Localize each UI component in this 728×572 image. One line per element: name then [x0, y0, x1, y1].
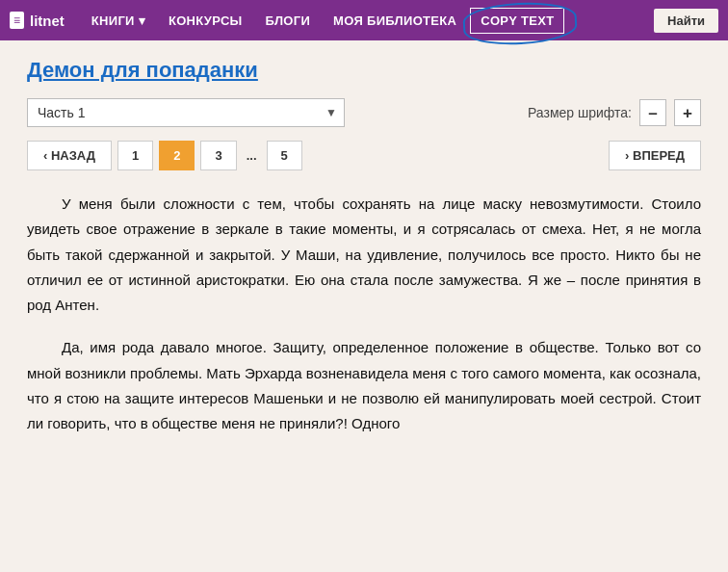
- page-5-button[interactable]: 5: [267, 141, 302, 170]
- page-content: Демон для попаданки Часть 1 ▼ Размер шри…: [0, 40, 728, 481]
- nav-books[interactable]: КНИГИ ▾: [82, 8, 155, 34]
- page-dots: ...: [243, 142, 261, 169]
- font-increase-button[interactable]: +: [674, 99, 701, 126]
- logo[interactable]: ≡ litnet: [10, 12, 65, 29]
- paragraph-2: Да, имя рода давало многое. Защиту, опре…: [27, 335, 701, 436]
- nav-copy-text[interactable]: COPY TEXT: [470, 8, 564, 34]
- logo-text: litnet: [30, 13, 65, 29]
- forward-button[interactable]: › ВПЕРЕД: [609, 141, 701, 170]
- font-decrease-button[interactable]: –: [639, 99, 666, 126]
- controls-row: Часть 1 ▼ Размер шрифта: – +: [27, 98, 701, 127]
- font-size-controls: Размер шрифта: – +: [528, 99, 701, 126]
- logo-icon: ≡: [10, 12, 24, 29]
- chapter-select-wrapper: Часть 1 ▼: [27, 98, 345, 127]
- chapter-select[interactable]: Часть 1: [27, 98, 345, 127]
- back-button[interactable]: ‹ НАЗАД: [27, 141, 112, 170]
- nav-library[interactable]: МОЯ БИБЛИОТЕКА: [324, 8, 466, 34]
- font-size-label: Размер шрифта:: [528, 105, 632, 120]
- page-3-button[interactable]: 3: [200, 141, 236, 170]
- text-content: У меня были сложности с тем, чтобы сохра…: [27, 192, 701, 436]
- book-title[interactable]: Демон для попаданки: [27, 58, 701, 83]
- navbar: ≡ litnet КНИГИ ▾ КОНКУРСЫ БЛОГИ МОЯ БИБЛ…: [0, 0, 728, 40]
- pagination: ‹ НАЗАД 1 2 3 ... 5 › ВПЕРЕД: [27, 141, 701, 170]
- page-1-button[interactable]: 1: [117, 141, 153, 170]
- page-2-button[interactable]: 2: [159, 141, 195, 170]
- search-button[interactable]: Найти: [654, 9, 718, 33]
- paragraph-1: У меня были сложности с тем, чтобы сохра…: [27, 192, 701, 318]
- nav-items: КНИГИ ▾ КОНКУРСЫ БЛОГИ МОЯ БИБЛИОТЕКА CO…: [82, 8, 644, 34]
- nav-blogs[interactable]: БЛОГИ: [256, 8, 320, 34]
- nav-contests[interactable]: КОНКУРСЫ: [159, 8, 252, 34]
